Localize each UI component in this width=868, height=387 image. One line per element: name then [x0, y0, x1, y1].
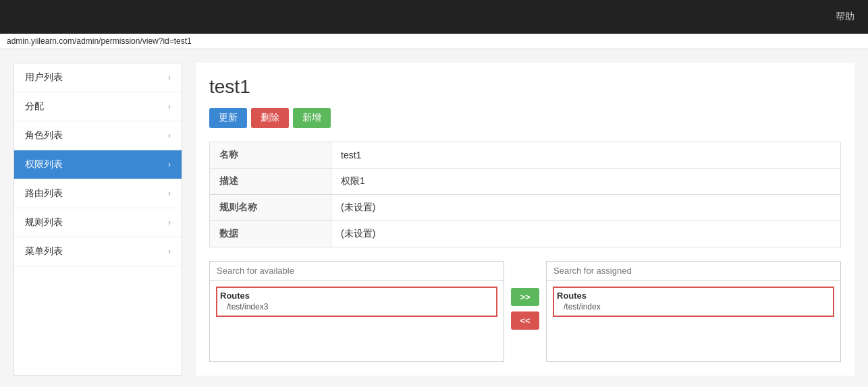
sidebar-label-permission-list: 权限列表 — [25, 158, 63, 171]
detail-table: 名称 test1 描述 权限1 规则名称 (未设置) 数据 (未设置) — [209, 142, 841, 247]
sidebar-item-route-list[interactable]: 路由列表 › — [14, 179, 182, 208]
chevron-icon-menu-list: › — [168, 247, 171, 256]
add-button[interactable]: 新增 — [293, 108, 331, 128]
content-area: test1 更新 删除 新增 名称 test1 描述 权限1 规则名称 (未设置… — [196, 63, 855, 376]
assigned-group-title: Routes — [557, 291, 830, 301]
delete-button[interactable]: 删除 — [251, 108, 289, 128]
available-group-title: Routes — [220, 291, 493, 301]
sidebar-label-rule-list: 规则列表 — [25, 216, 63, 229]
sidebar-item-assign[interactable]: 分配 › — [14, 92, 182, 121]
available-item[interactable]: /test/index3 — [220, 301, 493, 313]
sidebar-label-route-list: 路由列表 — [25, 187, 63, 200]
chevron-icon-permission-list: › — [168, 160, 171, 169]
table-row-rule: 规则名称 (未设置) — [210, 195, 841, 221]
value-name: test1 — [331, 142, 841, 169]
available-list: Routes /test/index3 — [210, 280, 504, 361]
assigned-group-box: Routes /test/index — [553, 287, 834, 317]
sidebar-label-role-list: 角色列表 — [25, 129, 63, 142]
label-rule: 规则名称 — [210, 195, 331, 221]
remove-all-button[interactable]: << — [511, 311, 539, 330]
label-name: 名称 — [210, 142, 331, 169]
value-data: (未设置) — [331, 221, 841, 247]
chevron-icon-assign: › — [168, 102, 171, 111]
url-text: admin.yiilearn.com/admin/permission/view… — [7, 36, 192, 46]
sidebar-label-menu-list: 菜单列表 — [25, 245, 63, 258]
available-panel: Routes /test/index3 — [209, 261, 504, 362]
transfer-section: Routes /test/index3 >> << Routes /test/i… — [209, 261, 841, 362]
sidebar-label-user-list: 用户列表 — [25, 71, 63, 84]
sidebar-item-menu-list[interactable]: 菜单列表 › — [14, 237, 182, 266]
address-bar: admin.yiilearn.com/admin/permission/view… — [0, 34, 868, 49]
available-group-box: Routes /test/index3 — [216, 287, 497, 317]
value-rule: (未设置) — [331, 195, 841, 221]
sidebar-item-permission-list[interactable]: 权限列表 › — [14, 150, 182, 179]
update-button[interactable]: 更新 — [209, 108, 247, 128]
sidebar-label-assign: 分配 — [25, 100, 44, 113]
table-row-desc: 描述 权限1 — [210, 169, 841, 195]
value-desc: 权限1 — [331, 169, 841, 195]
top-navigation: 帮助 — [0, 0, 868, 34]
sidebar-item-role-list[interactable]: 角色列表 › — [14, 121, 182, 150]
chevron-icon-role-list: › — [168, 131, 171, 140]
assigned-panel: Routes /test/index — [546, 261, 841, 362]
transfer-controls: >> << — [511, 261, 539, 330]
sidebar-item-rule-list[interactable]: 规则列表 › — [14, 208, 182, 237]
action-buttons: 更新 删除 新增 — [209, 108, 841, 128]
assigned-list: Routes /test/index — [547, 280, 840, 361]
chevron-icon-route-list: › — [168, 189, 171, 198]
main-container: 用户列表 › 分配 › 角色列表 › 权限列表 › 路由列表 › 规则列表 › … — [0, 49, 868, 387]
search-available-input[interactable] — [210, 262, 504, 280]
label-desc: 描述 — [210, 169, 331, 195]
table-row-name: 名称 test1 — [210, 142, 841, 169]
sidebar: 用户列表 › 分配 › 角色列表 › 权限列表 › 路由列表 › 规则列表 › … — [13, 63, 182, 376]
chevron-icon-rule-list: › — [168, 218, 171, 227]
add-all-button[interactable]: >> — [511, 288, 539, 306]
help-link[interactable]: 帮助 — [836, 11, 855, 23]
page-title: test1 — [209, 76, 841, 98]
search-assigned-input[interactable] — [547, 262, 840, 280]
sidebar-item-user-list[interactable]: 用户列表 › — [14, 63, 182, 92]
assigned-item[interactable]: /test/index — [557, 301, 830, 313]
chevron-icon-user-list: › — [168, 73, 171, 82]
table-row-data: 数据 (未设置) — [210, 221, 841, 247]
label-data: 数据 — [210, 221, 331, 247]
